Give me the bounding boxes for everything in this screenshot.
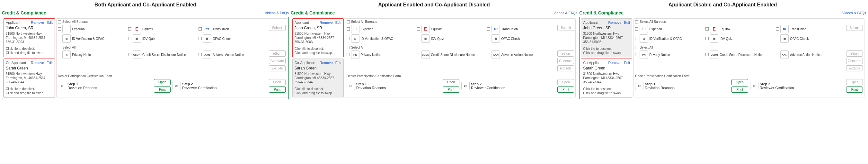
applicant-tile-disabled[interactable]: ApplicantRemoveEdit John Green, SR 31500…	[581, 18, 632, 57]
print-button[interactable]: Print	[154, 86, 170, 92]
bureau-item[interactable]: tuTransUnion	[776, 25, 845, 33]
bureau-item[interactable]: ☰OFAC Check	[487, 34, 556, 43]
bureau-item[interactable]: ⊞ID Verification & OFAC	[347, 34, 416, 43]
notice-item[interactable]: PNPrivacy Notice	[347, 51, 416, 59]
remove-link[interactable]: Remove	[320, 21, 333, 24]
select-all-checkbox[interactable]	[58, 46, 61, 49]
checkbox[interactable]	[58, 37, 61, 40]
notice-item[interactable]: AANAdverse Action Notice	[487, 51, 556, 59]
select-all-bureaus-checkbox[interactable]	[58, 20, 61, 24]
bureau-item[interactable]: ☰IDV Quiz	[417, 34, 486, 43]
coapplicant-tile[interactable]: Co-ApplicantRemoveEdit Sarah Green 31500…	[3, 58, 55, 98]
checkbox[interactable]	[198, 53, 202, 56]
edit-link[interactable]: Edit	[335, 21, 341, 24]
remove-link[interactable]: Remove	[608, 61, 621, 65]
generate-button[interactable]: Generate	[269, 58, 286, 64]
edit-link[interactable]: Edit	[624, 61, 630, 65]
print-button[interactable]: Print	[269, 86, 286, 92]
checkbox[interactable]	[706, 27, 709, 31]
checkbox[interactable]	[776, 37, 779, 40]
videos-faqs-link[interactable]: Videos & FAQs	[554, 11, 577, 15]
edit-link[interactable]: Edit	[624, 21, 630, 24]
checkbox[interactable]	[417, 27, 420, 31]
notice-item[interactable]: PNPrivacy Notice	[635, 51, 704, 59]
checkbox[interactable]	[706, 53, 709, 56]
bureau-item[interactable]: ⋮⋮Experian	[58, 25, 127, 33]
videos-faqs-link[interactable]: Videos & FAQs	[265, 11, 288, 15]
bureau-item[interactable]: ⋮⋮Experian	[635, 25, 704, 33]
bureau-item[interactable]: ⋮⋮Experian	[347, 25, 416, 33]
checkbox[interactable]	[635, 53, 638, 56]
coapplicant-tile[interactable]: Co-ApplicantRemoveEdit Sarah Green 31500…	[581, 58, 632, 98]
select-all-bureaus-checkbox[interactable]	[347, 20, 350, 24]
checkbox[interactable]	[347, 37, 350, 40]
bureau-item[interactable]: EEquifax	[128, 25, 197, 33]
notice-item[interactable]: AANAdverse Action Notice	[776, 51, 845, 59]
bureau-item[interactable]: ☰IDV Quiz	[706, 34, 775, 43]
esign-button[interactable]: eSign	[846, 51, 863, 57]
submit-button[interactable]: Submit	[269, 25, 286, 31]
checkbox[interactable]	[487, 53, 490, 56]
bureau-item[interactable]: ☰OFAC Check	[776, 34, 845, 43]
bureau-item[interactable]: ☰IDV Quiz	[128, 34, 197, 43]
checkbox[interactable]	[128, 27, 131, 31]
bureau-item[interactable]: EEquifax	[706, 25, 775, 33]
checkbox[interactable]	[417, 37, 420, 40]
generate-button[interactable]: Generate	[846, 58, 863, 64]
checkbox[interactable]	[198, 37, 202, 40]
select-all-checkbox[interactable]	[347, 46, 350, 49]
applicant-tile[interactable]: ApplicantRemoveEdit John Green, SR 31500…	[3, 18, 55, 57]
checkbox[interactable]	[58, 27, 61, 31]
coapplicant-tile-disabled[interactable]: Co-ApplicantRemoveEdit Sarah Green 31500…	[292, 58, 344, 98]
edit-link[interactable]: Edit	[46, 21, 53, 24]
checkbox[interactable]	[417, 53, 420, 56]
checkbox[interactable]	[487, 37, 490, 40]
exclude-button[interactable]: Exclude	[269, 65, 286, 72]
checkbox[interactable]	[487, 27, 490, 31]
remove-link[interactable]: Remove	[320, 61, 333, 65]
esign-button[interactable]: eSign	[557, 51, 574, 57]
checkbox[interactable]	[635, 37, 638, 40]
checkbox[interactable]	[706, 37, 709, 40]
print-button[interactable]: Print	[732, 86, 748, 92]
notice-item[interactable]: AANAdverse Action Notice	[198, 51, 268, 59]
videos-faqs-link[interactable]: Videos & FAQs	[842, 11, 866, 15]
bureau-item[interactable]: ⊞ID Verification & OFAC	[58, 34, 127, 43]
generate-button[interactable]: Generate	[557, 58, 574, 64]
edit-link[interactable]: Edit	[335, 61, 341, 65]
open-button[interactable]: Open	[154, 79, 170, 85]
select-all-checkbox[interactable]	[635, 46, 638, 49]
remove-link[interactable]: Remove	[608, 21, 621, 24]
checkbox[interactable]	[347, 53, 350, 56]
bureau-item[interactable]: ⊞ID Verification & OFAC	[635, 34, 704, 43]
open-button[interactable]: Open	[732, 79, 748, 85]
exclude-button[interactable]: Exclude	[557, 65, 574, 72]
applicant-tile[interactable]: ApplicantRemoveEdit John Green, SR 31500…	[292, 18, 344, 57]
checkbox[interactable]	[198, 27, 202, 31]
select-all-bureaus-checkbox[interactable]	[635, 20, 638, 24]
checkbox[interactable]	[776, 53, 779, 56]
print-button[interactable]: Print	[443, 86, 459, 92]
checkbox[interactable]	[776, 27, 779, 31]
notice-item[interactable]: CSDNCredit Score Disclosure Notice	[417, 51, 486, 59]
exclude-button[interactable]: Exclude	[846, 65, 863, 72]
open-button[interactable]: Open	[269, 79, 286, 85]
remove-link[interactable]: Remove	[31, 61, 44, 65]
open-button[interactable]: Open	[846, 79, 863, 85]
print-button[interactable]: Print	[557, 86, 574, 92]
esign-button[interactable]: eSign	[269, 51, 286, 57]
remove-link[interactable]: Remove	[31, 21, 44, 24]
checkbox[interactable]	[347, 27, 350, 31]
notice-item[interactable]: CSDNCredit Score Disclosure Notice	[706, 51, 775, 59]
open-button[interactable]: Open	[443, 79, 459, 85]
bureau-item[interactable]: tuTransUnion	[198, 25, 268, 33]
open-button[interactable]: Open	[557, 79, 574, 85]
print-button[interactable]: Print	[846, 86, 863, 92]
bureau-item[interactable]: tuTransUnion	[487, 25, 556, 33]
checkbox[interactable]	[635, 27, 638, 31]
submit-button[interactable]: Submit	[846, 25, 863, 31]
edit-link[interactable]: Edit	[46, 61, 53, 65]
checkbox[interactable]	[58, 53, 61, 56]
submit-button[interactable]: Submit	[557, 25, 574, 31]
checkbox[interactable]	[128, 37, 131, 40]
